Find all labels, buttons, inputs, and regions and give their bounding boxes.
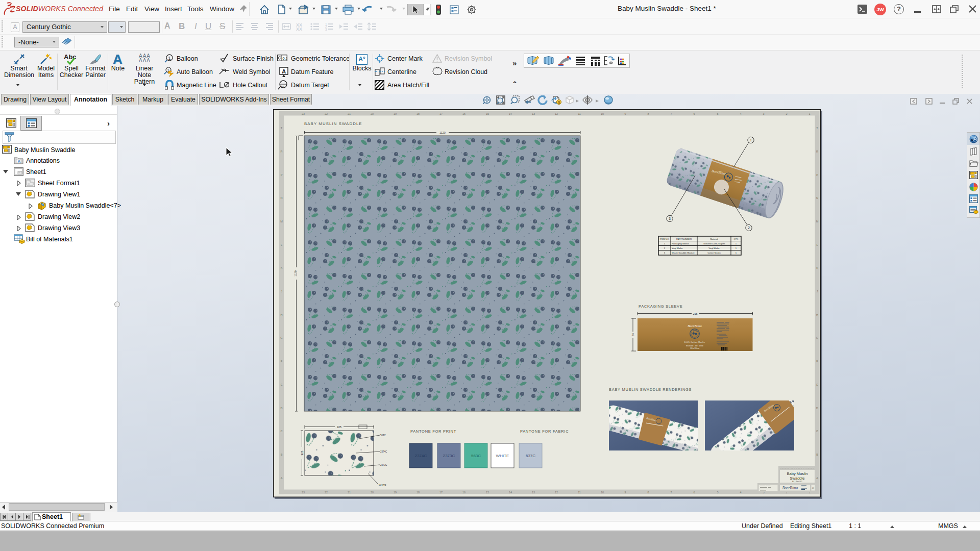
svg-text:P: P — [281, 173, 283, 177]
svg-text:8: 8 — [647, 491, 649, 494]
svg-text:925: 925 — [301, 450, 304, 455]
svg-text:12: 12 — [555, 491, 558, 494]
svg-text:B: B — [816, 453, 818, 456]
svg-text:21: 21 — [348, 491, 351, 494]
svg-text:JO: JO — [812, 487, 815, 489]
svg-text:BABY MUSLIN SWADDLE: BABY MUSLIN SWADDLE — [304, 121, 362, 126]
svg-text:23: 23 — [302, 112, 305, 115]
svg-text:1: 1 — [808, 112, 810, 115]
svg-text:120 x 120 cm: 120 x 120 cm — [690, 347, 700, 349]
svg-text:64: 64 — [631, 333, 634, 336]
svg-text:100% Cotton Muslin: 100% Cotton Muslin — [684, 341, 705, 343]
svg-text:R: R — [816, 150, 818, 153]
svg-text:C: C — [281, 430, 283, 433]
svg-text:925: 925 — [337, 425, 341, 429]
svg-text:4: 4 — [740, 491, 741, 494]
svg-text:14: 14 — [509, 112, 512, 115]
svg-text:WHITE: WHITE — [379, 484, 386, 487]
svg-text:19: 19 — [394, 112, 397, 115]
svg-text:19: 19 — [394, 491, 397, 494]
svg-text:$: $ — [558, 100, 560, 105]
svg-text:XX: XX — [296, 27, 302, 31]
svg-text:J: J — [817, 290, 818, 293]
svg-text:13: 13 — [532, 112, 535, 115]
svg-text:215: 215 — [693, 312, 697, 315]
svg-text:A: A — [816, 477, 818, 480]
svg-text:2: 2 — [786, 112, 787, 115]
svg-text:11: 11 — [578, 491, 581, 494]
svg-text:A: A — [282, 68, 286, 74]
svg-text:P: P — [816, 173, 818, 177]
svg-text:10: 10 — [601, 491, 604, 494]
svg-text:A1: A1 — [281, 85, 285, 89]
svg-text:2373C: 2373C — [380, 464, 387, 466]
svg-text:15: 15 — [486, 491, 489, 494]
svg-text:563C: 563C — [380, 434, 386, 437]
svg-text:10: 10 — [601, 112, 604, 115]
svg-text:BaerBima: BaerBima — [782, 486, 798, 490]
svg-text:R: R — [281, 150, 283, 153]
svg-text:N: N — [816, 196, 818, 199]
svg-text:6: 6 — [693, 491, 695, 494]
svg-text:A: A — [281, 477, 283, 480]
svg-text:7: 7 — [670, 491, 672, 494]
svg-text:22: 22 — [325, 491, 328, 494]
svg-text:Cotton Muslin: Cotton Muslin — [707, 252, 721, 254]
svg-text:1: 1 — [168, 56, 171, 61]
svg-text:16: 16 — [462, 491, 465, 494]
svg-text:7: 7 — [670, 112, 672, 115]
svg-text:H: H — [816, 313, 818, 316]
svg-text:PANTONE FOR FABRIC: PANTONE FOR FABRIC — [520, 429, 569, 434]
svg-text:Vinyl Mailer: Vinyl Mailer — [708, 247, 720, 249]
svg-text:D: D — [281, 407, 283, 410]
svg-text:E: E — [281, 383, 283, 386]
svg-text:Packaging Sleeve: Packaging Sleeve — [672, 242, 689, 245]
svg-text:2374C: 2374C — [415, 454, 427, 458]
svg-text:2374C: 2374C — [380, 450, 387, 453]
svg-text:B: B — [281, 453, 283, 456]
svg-text:1: 1 — [750, 138, 752, 142]
svg-text:Vinyl Mailer: Vinyl Mailer — [672, 247, 683, 249]
svg-text:L: L — [816, 243, 818, 246]
svg-text:2373C: 2373C — [443, 454, 455, 458]
svg-text:J: J — [281, 290, 282, 293]
svg-text:13: 13 — [532, 491, 535, 494]
svg-text:K: K — [281, 266, 283, 269]
svg-text:M: M — [280, 220, 283, 223]
svg-text:5: 5 — [717, 491, 718, 494]
svg-text:ITEM NO.: ITEM NO. — [660, 238, 670, 240]
svg-text:A4 · Rev 001: A4 · Rev 001 — [792, 481, 802, 483]
svg-text:E: E — [816, 383, 818, 386]
svg-text:1120: 1120 — [294, 270, 297, 277]
svg-text:WHITE: WHITE — [496, 454, 509, 458]
svg-text:3: 3 — [325, 28, 327, 31]
svg-text:18: 18 — [416, 491, 420, 494]
svg-text:11: 11 — [578, 112, 581, 115]
svg-text:H: H — [281, 313, 283, 316]
svg-text:9: 9 — [624, 491, 626, 494]
svg-text:17: 17 — [439, 491, 443, 494]
svg-text:K: K — [816, 266, 818, 269]
svg-text:Textured Card 250gsm: Textured Card 250gsm — [703, 242, 725, 245]
svg-text:PART NUMBER: PART NUMBER — [676, 238, 692, 240]
svg-text:BABY MUSLIN SWADDLE RENDERINGS: BABY MUSLIN SWADDLE RENDERINGS — [609, 387, 692, 392]
svg-text:Material: Material — [710, 238, 718, 240]
svg-text:12: 12 — [555, 112, 558, 115]
svg-text:23: 23 — [302, 491, 305, 494]
svg-text:Muslin Swaddle Blanket: Muslin Swaddle Blanket — [672, 252, 695, 254]
svg-text:15: 15 — [486, 112, 489, 115]
svg-text:PACKAGING SLEEVE: PACKAGING SLEEVE — [639, 304, 683, 309]
svg-text:537C: 537C — [526, 454, 535, 458]
svg-text:D: D — [816, 407, 818, 410]
svg-text:1120: 1120 — [439, 131, 446, 134]
svg-text:3: 3 — [669, 217, 671, 220]
svg-text:17: 17 — [439, 112, 443, 115]
svg-text:4: 4 — [740, 112, 741, 115]
svg-text:BaerBima: BaerBima — [688, 324, 702, 328]
svg-text:0.3: 0.3 — [283, 56, 288, 61]
svg-text:21: 21 — [348, 112, 351, 115]
svg-text:16: 16 — [462, 112, 465, 115]
svg-text:20: 20 — [371, 112, 374, 115]
svg-text:563C: 563C — [471, 454, 481, 458]
svg-text:2: 2 — [748, 226, 750, 230]
